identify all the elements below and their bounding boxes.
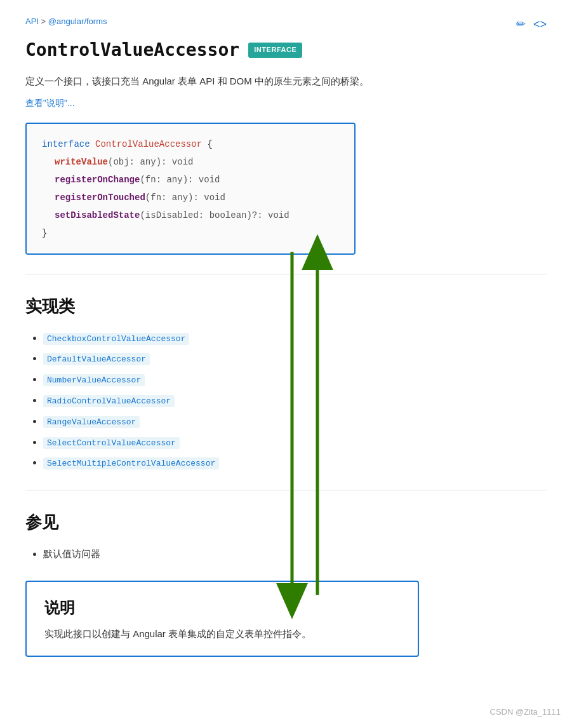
impl-link-range[interactable]: RangeValueAccessor [43, 416, 140, 428]
see-also-title: 参见 [25, 509, 547, 536]
note-box: 说明 实现此接口以创建与 Angular 表单集成的自定义表单控件指令。 [25, 581, 419, 657]
code-line-5: setDisabledState(isDisabled: boolean)?: … [42, 206, 339, 224]
code-line-3: registerOnChange(fn: any): void [42, 171, 339, 189]
list-item: CheckboxControlValueAccessor [43, 330, 547, 346]
code-line-2: writeValue(obj: any): void [42, 153, 339, 171]
divider-1 [25, 274, 547, 274]
code-line-6: } [42, 224, 339, 242]
title-row: ControlValueAccessor INTERFACE [25, 36, 547, 65]
page-description: 定义一个接口，该接口充当 Angular 表单 API 和 DOM 中的原生元素… [25, 74, 547, 89]
impl-link-number[interactable]: NumberValueAccessor [43, 374, 145, 386]
top-right-icons: ✏ <> [516, 15, 547, 34]
breadcrumb-separator: > [41, 17, 48, 26]
code-line-4: registerOnTouched(fn: any): void [42, 189, 339, 206]
divider-2 [25, 490, 547, 490]
impl-link-default[interactable]: DefaultValueAccessor [43, 353, 150, 365]
list-item: SelectControlValueAccessor [43, 435, 547, 450]
impl-link-radio[interactable]: RadioControlValueAccessor [43, 395, 175, 407]
implementations-title: 实现类 [25, 293, 547, 320]
implementations-list: CheckboxControlValueAccessor DefaultValu… [25, 330, 547, 471]
interface-badge: INTERFACE [248, 43, 302, 58]
breadcrumb: API > @angular/forms [25, 15, 547, 29]
see-also-item: 默认值访问器 [43, 548, 100, 559]
list-item: SelectMultipleControlValueAccessor [43, 455, 547, 471]
code-icon[interactable]: <> [533, 15, 547, 34]
list-item: 默认值访问器 [43, 546, 547, 562]
note-text: 实现此接口以创建与 Angular 表单集成的自定义表单控件指令。 [44, 626, 400, 642]
code-block: interface ControlValueAccessor { writeVa… [27, 124, 354, 253]
note-title: 说明 [44, 596, 400, 620]
see-description-link[interactable]: 查看"说明"... [25, 96, 75, 110]
breadcrumb-module[interactable]: @angular/forms [48, 17, 107, 26]
edit-icon[interactable]: ✏ [516, 15, 526, 34]
see-also-section: 参见 默认值访问器 [25, 509, 547, 562]
code-block-wrapper: interface ControlValueAccessor { writeVa… [25, 123, 356, 255]
list-item: NumberValueAccessor [43, 372, 547, 388]
list-item: RangeValueAccessor [43, 414, 547, 429]
list-item: DefaultValueAccessor [43, 351, 547, 367]
impl-link-select[interactable]: SelectControlValueAccessor [43, 437, 180, 449]
implementations-section: 实现类 CheckboxControlValueAccessor Default… [25, 293, 547, 471]
breadcrumb-api[interactable]: API [25, 17, 39, 26]
impl-link-select-multiple[interactable]: SelectMultipleControlValueAccessor [43, 457, 219, 469]
code-line-1: interface ControlValueAccessor { [42, 135, 339, 153]
page-title: ControlValueAccessor [25, 36, 239, 65]
impl-link-checkbox[interactable]: CheckboxControlValueAccessor [43, 333, 189, 345]
see-also-list: 默认值访问器 [25, 546, 547, 562]
list-item: RadioControlValueAccessor [43, 393, 547, 408]
